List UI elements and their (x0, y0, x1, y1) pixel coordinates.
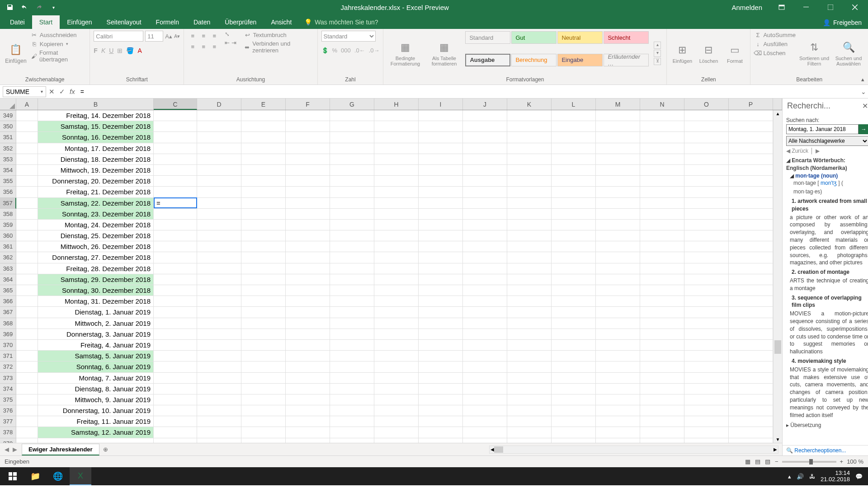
cell[interactable]: Freitag, 11. Januar 2019 (38, 416, 154, 427)
file-explorer-taskbar-icon[interactable]: 📁 (24, 467, 46, 485)
row-header[interactable]: 376 (0, 405, 16, 416)
cell[interactable] (241, 384, 286, 394)
cell[interactable] (16, 373, 38, 384)
share-button[interactable]: 👤 Freigeben (816, 16, 868, 29)
col-header-A[interactable]: A (16, 99, 38, 110)
cell[interactable] (463, 405, 507, 416)
cell[interactable] (286, 263, 330, 274)
row-header[interactable]: 372 (0, 361, 16, 372)
cell[interactable] (330, 296, 374, 307)
cell[interactable] (197, 405, 241, 416)
cell[interactable] (374, 361, 419, 372)
cell[interactable] (286, 230, 330, 241)
row-header[interactable]: 377 (0, 416, 16, 427)
cell[interactable] (552, 329, 596, 340)
cell[interactable] (729, 318, 773, 329)
styles-more-icon[interactable]: ⊻ (654, 58, 661, 65)
cell[interactable] (374, 438, 419, 443)
cell[interactable]: Samstag, 12. Januar 2019 (38, 427, 154, 438)
cell[interactable] (596, 307, 640, 318)
row-header[interactable]: 354 (0, 165, 16, 176)
cell[interactable] (16, 416, 38, 427)
cell[interactable] (154, 176, 197, 187)
cell[interactable] (596, 285, 640, 296)
cell[interactable] (154, 241, 197, 252)
cell[interactable] (507, 405, 552, 416)
cell[interactable] (729, 394, 773, 405)
cell[interactable] (197, 340, 241, 351)
cell[interactable] (507, 176, 552, 187)
currency-icon[interactable]: 💲 (321, 47, 329, 54)
cell[interactable] (16, 405, 38, 416)
cell[interactable] (330, 176, 374, 187)
hscroll-thumb[interactable] (494, 446, 503, 453)
cell[interactable] (684, 143, 729, 154)
border-button[interactable]: ⊞ (117, 47, 123, 54)
cell[interactable] (507, 340, 552, 351)
cell[interactable] (684, 220, 729, 230)
cell[interactable] (596, 263, 640, 274)
cell[interactable] (374, 165, 419, 176)
add-sheet-button[interactable]: ⊕ (99, 444, 112, 455)
align-top-icon[interactable]: ≡ (188, 31, 198, 41)
collapse-ribbon-icon[interactable]: ▴ (861, 76, 864, 83)
cell[interactable] (241, 307, 286, 318)
cell[interactable] (154, 285, 197, 296)
cell[interactable] (729, 340, 773, 351)
col-header-J[interactable]: J (463, 99, 507, 110)
cell[interactable] (463, 110, 507, 121)
col-header-E[interactable]: E (241, 99, 286, 110)
cell[interactable] (241, 110, 286, 121)
cell[interactable] (374, 209, 419, 220)
cell[interactable] (552, 165, 596, 176)
cell[interactable] (419, 165, 463, 176)
cell[interactable] (596, 361, 640, 372)
cell[interactable] (684, 307, 729, 318)
cell[interactable] (330, 340, 374, 351)
cell[interactable] (552, 154, 596, 165)
research-options-link[interactable]: Rechercheoptionen... (794, 447, 846, 454)
zoom-out-icon[interactable]: − (775, 458, 778, 465)
cell[interactable] (640, 241, 684, 252)
cell[interactable] (640, 121, 684, 132)
cell[interactable] (684, 121, 729, 132)
cell[interactable] (507, 165, 552, 176)
tab-uberprufen[interactable]: Überprüfen (217, 15, 264, 29)
cell[interactable] (684, 340, 729, 351)
cell[interactable]: Samstag, 29. Dezember 2018 (38, 274, 154, 285)
row-header[interactable]: 369 (0, 329, 16, 340)
cell[interactable] (640, 176, 684, 187)
cell[interactable] (330, 307, 374, 318)
cell[interactable] (374, 143, 419, 154)
cell[interactable] (286, 209, 330, 220)
cell[interactable] (197, 154, 241, 165)
cell[interactable] (419, 110, 463, 121)
row-header[interactable]: 358 (0, 209, 16, 220)
research-forward-button[interactable]: ▶ (816, 148, 820, 154)
cell[interactable] (374, 340, 419, 351)
cell[interactable] (507, 373, 552, 384)
cell[interactable] (374, 394, 419, 405)
cell[interactable] (154, 416, 197, 427)
cell[interactable] (241, 274, 286, 285)
cell[interactable] (729, 154, 773, 165)
cell[interactable] (241, 394, 286, 405)
close-icon[interactable] (844, 0, 865, 14)
cell[interactable] (286, 384, 330, 394)
cell[interactable] (197, 274, 241, 285)
cell[interactable] (197, 252, 241, 263)
cell[interactable] (419, 438, 463, 443)
taskbar-date[interactable]: 21.02.2018 (821, 476, 850, 483)
cell[interactable] (463, 351, 507, 361)
cell[interactable] (596, 143, 640, 154)
view-normal-icon[interactable]: ▦ (745, 458, 750, 465)
cell[interactable] (286, 132, 330, 143)
style-neutral[interactable]: Neutral (557, 31, 603, 44)
cell[interactable] (640, 384, 684, 394)
cell[interactable] (552, 110, 596, 121)
cell[interactable] (596, 241, 640, 252)
cell[interactable] (197, 198, 241, 209)
cell[interactable]: Montag, 24. Dezember 2018 (38, 220, 154, 230)
cell[interactable] (374, 132, 419, 143)
notification-icon[interactable]: 💬 (855, 473, 863, 480)
